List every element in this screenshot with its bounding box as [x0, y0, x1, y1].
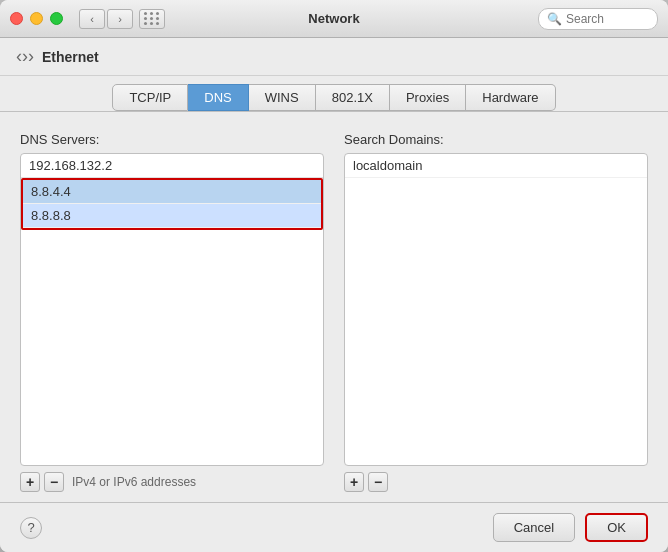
tab-wins[interactable]: WINS: [249, 84, 316, 111]
content-area: DNS Servers: 192.168.132.2 8.8.4.4 8.8.8…: [0, 112, 668, 502]
tab-dns[interactable]: DNS: [188, 84, 248, 111]
list-item[interactable]: 192.168.132.2: [21, 154, 323, 178]
minimize-button[interactable]: [30, 12, 43, 25]
list-item[interactable]: 8.8.8.8: [23, 204, 321, 228]
dns-servers-list[interactable]: 192.168.132.2 8.8.4.4 8.8.8.8: [20, 153, 324, 466]
tab-proxies[interactable]: Proxies: [390, 84, 466, 111]
close-button[interactable]: [10, 12, 23, 25]
remove-domain-button[interactable]: −: [368, 472, 388, 492]
grid-button[interactable]: [139, 9, 165, 29]
breadcrumb-bar: ‹›› Ethernet: [0, 38, 668, 76]
network-window: ‹ › Network 🔍 ‹›› Ethernet TCP/IP DNS WI…: [0, 0, 668, 552]
dns-selected-group: 8.8.4.4 8.8.8.8: [21, 178, 323, 230]
tab-tcpip[interactable]: TCP/IP: [112, 84, 188, 111]
breadcrumb-icon: ‹››: [16, 46, 34, 67]
search-box[interactable]: 🔍: [538, 8, 658, 30]
tab-hardware[interactable]: Hardware: [466, 84, 555, 111]
add-dns-button[interactable]: +: [20, 472, 40, 492]
dns-servers-panel: DNS Servers: 192.168.132.2 8.8.4.4 8.8.8…: [20, 132, 324, 492]
tab-8021x[interactable]: 802.1X: [316, 84, 390, 111]
dns-servers-controls: + − IPv4 or IPv6 addresses: [20, 472, 324, 492]
search-domains-controls: + −: [344, 472, 648, 492]
title-bar: ‹ › Network 🔍: [0, 0, 668, 38]
tabs-bar: TCP/IP DNS WINS 802.1X Proxies Hardware: [0, 76, 668, 112]
help-button[interactable]: ?: [20, 517, 42, 539]
window-title: Network: [308, 11, 359, 26]
dns-hint: IPv4 or IPv6 addresses: [72, 475, 196, 489]
list-item[interactable]: 8.8.4.4: [23, 180, 321, 204]
search-domains-label: Search Domains:: [344, 132, 648, 147]
search-icon: 🔍: [547, 12, 562, 26]
breadcrumb-label: Ethernet: [42, 49, 99, 65]
remove-dns-button[interactable]: −: [44, 472, 64, 492]
ok-button[interactable]: OK: [585, 513, 648, 542]
cancel-button[interactable]: Cancel: [493, 513, 575, 542]
nav-buttons: ‹ ›: [79, 9, 133, 29]
action-buttons: Cancel OK: [493, 513, 648, 542]
back-button[interactable]: ‹: [79, 9, 105, 29]
search-domains-panel: Search Domains: localdomain + −: [344, 132, 648, 492]
bottom-bar: ? Cancel OK: [0, 502, 668, 552]
forward-button[interactable]: ›: [107, 9, 133, 29]
dns-servers-label: DNS Servers:: [20, 132, 324, 147]
traffic-lights: [10, 12, 63, 25]
list-item[interactable]: localdomain: [345, 154, 647, 178]
search-domains-list[interactable]: localdomain: [344, 153, 648, 466]
add-domain-button[interactable]: +: [344, 472, 364, 492]
maximize-button[interactable]: [50, 12, 63, 25]
search-input[interactable]: [566, 12, 649, 26]
